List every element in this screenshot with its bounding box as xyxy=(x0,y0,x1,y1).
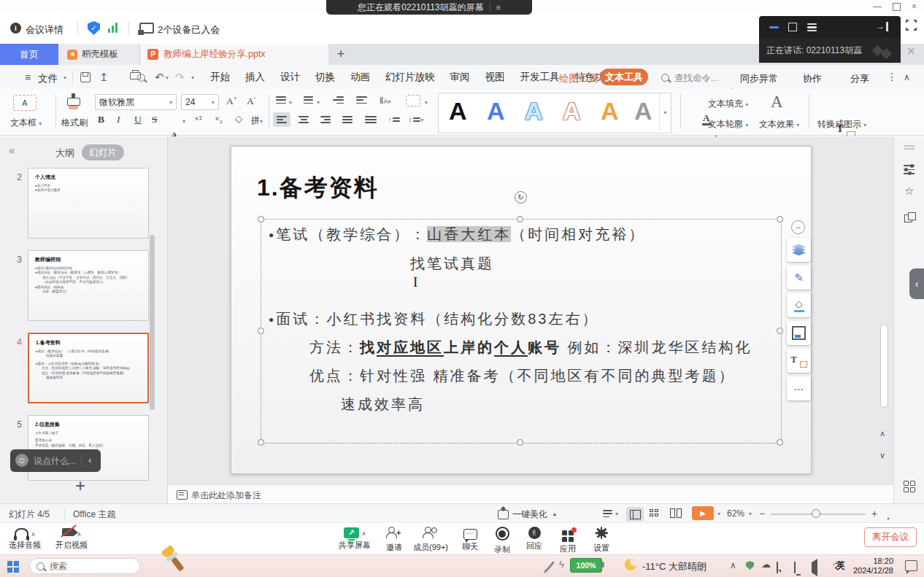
superscript-button[interactable]: ×² xyxy=(194,114,201,125)
resize-handle-tr[interactable] xyxy=(777,216,783,222)
resize-handle-tm[interactable] xyxy=(517,216,523,222)
textbox-insert-icon[interactable]: A xyxy=(13,95,36,111)
close-panel-icon[interactable]: × xyxy=(907,44,915,59)
collapse-tools-button[interactable]: − xyxy=(791,220,805,234)
minimize-meeting-icon[interactable] xyxy=(769,26,779,28)
wordart-scroll[interactable]: ▾ xyxy=(659,93,671,131)
line-spacing-up-button[interactable]: ↑ xyxy=(385,112,403,127)
menu-file[interactable]: 文件 xyxy=(38,72,58,85)
convert-to-diagram-button[interactable]: 转换成图示 ▾ xyxy=(817,118,866,131)
wordart-style-2[interactable]: A xyxy=(487,97,505,125)
more-options-icon[interactable]: ⋮ xyxy=(887,71,897,82)
tray-monitor-icon[interactable] xyxy=(794,562,796,573)
settings-button[interactable]: 设置 xyxy=(582,527,620,554)
tray-speaker-icon[interactable] xyxy=(812,559,817,576)
audio-caret-icon[interactable]: ∧ xyxy=(31,531,35,538)
align-center-button[interactable] xyxy=(295,112,312,127)
textbox-button[interactable]: 文本框 ▾ xyxy=(10,117,42,129)
tab-document[interactable]: P 教师编上岸经验分享.pptx xyxy=(140,44,328,65)
object-properties-icon[interactable] xyxy=(904,163,915,177)
reading-view-button[interactable] xyxy=(670,508,682,518)
menu-devtools[interactable]: 开发工具 xyxy=(520,71,560,84)
one-click-beautify-button[interactable]: 一键美化 xyxy=(512,508,547,521)
resize-handle-bl[interactable] xyxy=(258,439,264,446)
collapse-panel-icon[interactable]: « xyxy=(9,144,15,156)
menu-start[interactable]: 开始 xyxy=(210,71,230,84)
collaborate-button[interactable]: 协作 xyxy=(803,72,822,85)
format-painter-icon[interactable] xyxy=(67,93,80,109)
minimize-icon[interactable]: — xyxy=(873,1,882,12)
text-fill-button[interactable]: 文本填充 ▾ xyxy=(708,98,748,110)
bullet-list-icon[interactable] xyxy=(276,96,286,104)
security-shield-icon[interactable]: ✓ xyxy=(88,21,100,35)
tab-outline[interactable]: 大纲 xyxy=(55,147,74,160)
textbox-style-icon[interactable] xyxy=(406,95,420,107)
tray-expand-icon[interactable]: ∧ xyxy=(730,560,736,570)
notification-center-icon[interactable] xyxy=(905,560,917,571)
align-left-button[interactable] xyxy=(273,112,290,127)
text-outline-button[interactable]: 文本轮廓 ▾ xyxy=(708,118,748,131)
banner-menu-icon[interactable]: ≡ xyxy=(490,3,501,12)
distribute-button[interactable] xyxy=(362,112,380,127)
normal-view-button[interactable] xyxy=(626,507,644,522)
tab-docer-templates[interactable]: 稻壳模板 xyxy=(58,44,140,65)
leave-meeting-button[interactable]: 离开会议 xyxy=(864,527,917,547)
add-slide-button[interactable]: + xyxy=(70,476,91,496)
more-tools-button[interactable]: ⋯ xyxy=(787,376,811,400)
devices-joined-label[interactable]: 2个设备已入会 xyxy=(158,23,220,36)
network-signal-icon[interactable] xyxy=(108,23,118,33)
resize-handle-ml[interactable] xyxy=(258,328,264,334)
battery-widget[interactable]: 100% xyxy=(570,558,602,573)
menu-transition[interactable]: 切换 xyxy=(315,71,335,84)
sync-status-label[interactable]: 同步异常 xyxy=(740,72,778,85)
slide-sorter-view-button[interactable] xyxy=(650,509,658,516)
play-caret-icon[interactable]: ▾ xyxy=(717,511,720,517)
print-preview-icon[interactable] xyxy=(137,73,145,84)
resize-handle-tl[interactable] xyxy=(258,216,264,222)
canvas-scrollbar[interactable] xyxy=(880,324,888,408)
numbered-caret-icon[interactable]: ▾ xyxy=(317,99,320,106)
next-slide-arrow[interactable]: ∨ xyxy=(879,451,885,460)
undo-caret-icon[interactable]: ▾ xyxy=(166,74,169,81)
slide-thumbnail-4-selected[interactable]: 1.备考资料 ●笔试（教学综合）：山香大红本（时间相对充裕） 找笔试真题 ●面试… xyxy=(28,333,149,403)
tray-image-icon[interactable] xyxy=(777,562,778,573)
zoom-slider-knob[interactable] xyxy=(812,509,820,518)
zoom-out-button[interactable]: − xyxy=(759,508,765,519)
tray-cloud-icon[interactable]: ☁ xyxy=(761,559,771,570)
wordart-style-1[interactable]: A xyxy=(449,97,467,125)
layers-tool-button[interactable] xyxy=(787,238,811,262)
slideshow-play-button[interactable]: ▶ xyxy=(692,506,714,520)
notes-toggle-icon[interactable] xyxy=(603,510,612,517)
justify-button[interactable] xyxy=(339,112,356,127)
taskbar-search-box[interactable]: 搜索 xyxy=(29,558,140,574)
slide-bullet-2[interactable]: ●面试：小红书找资料（结构化分数83左右） xyxy=(269,309,599,329)
start-video-button[interactable]: ∧ 开启视频 xyxy=(51,527,92,551)
slide-bullet-1[interactable]: ●笔试（教学综合）：山香大红本（时间相对充裕） xyxy=(269,225,645,244)
notes-placeholder[interactable]: 单击此处添加备注 xyxy=(191,489,261,502)
rotate-handle[interactable]: ↻ xyxy=(515,191,527,204)
strikethrough-button[interactable]: S xyxy=(152,114,158,125)
bullet-caret-icon[interactable]: ▾ xyxy=(289,99,292,106)
chat-input[interactable]: 说点什么... xyxy=(34,455,76,468)
menu-review[interactable]: 审阅 xyxy=(450,71,470,84)
align-right-button[interactable] xyxy=(317,112,334,127)
expand-panel-tab[interactable]: ‹ xyxy=(909,268,924,299)
font-size-select[interactable]: 24▾ xyxy=(181,94,219,110)
wordart-style-4[interactable]: A xyxy=(563,97,581,125)
slide-title[interactable]: 1.备考资料 xyxy=(257,172,379,204)
selection-pane-icon[interactable] xyxy=(904,212,914,222)
theme-label[interactable]: Office 主题 xyxy=(73,508,115,521)
format-painter-button[interactable]: 格式刷 xyxy=(61,117,88,129)
menu-slideshow[interactable]: 幻灯片放映 xyxy=(385,71,435,84)
wordart-style-3[interactable]: A xyxy=(525,97,543,125)
close-icon[interactable]: × xyxy=(912,1,917,12)
collapse-ribbon-icon[interactable]: ∧ xyxy=(904,72,910,82)
decrease-font-icon[interactable]: A- xyxy=(247,95,255,107)
textbox-style-caret-icon[interactable]: ▾ xyxy=(425,99,428,106)
slide-line-4[interactable]: 方法：找对应地区上岸的个人账号 例如：深圳龙华区结构化 xyxy=(309,338,752,357)
zoom-caret-icon[interactable]: ▾ xyxy=(749,511,752,517)
zoom-in-button[interactable]: + xyxy=(871,508,877,519)
notes-toggle-caret[interactable]: ▾ xyxy=(615,511,618,517)
font-name-select[interactable]: 微软雅黑▾ xyxy=(95,94,177,110)
select-audio-button[interactable]: ∧ 选择音频 xyxy=(4,527,45,551)
